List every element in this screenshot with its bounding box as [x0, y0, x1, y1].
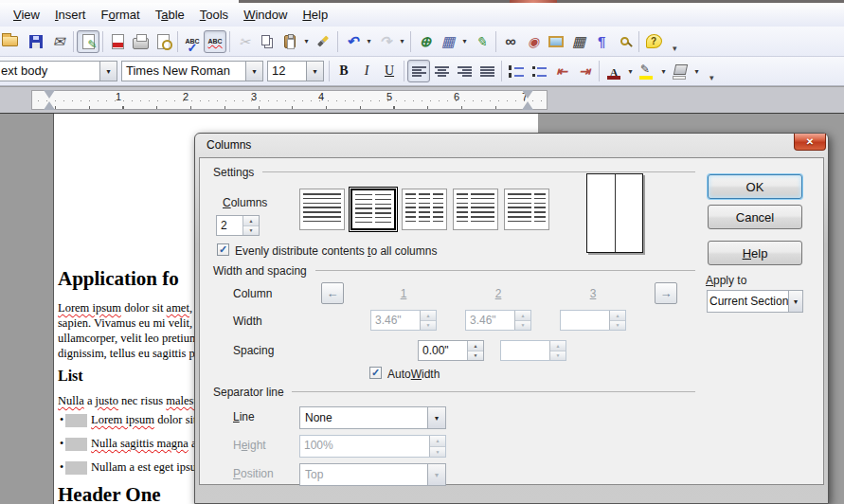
- highlighting-dropdown[interactable]: ▾: [658, 60, 669, 82]
- preset-one-column[interactable]: [299, 189, 345, 230]
- spin-up-icon[interactable]: ▲: [468, 341, 483, 351]
- highlighting-button[interactable]: ✎: [636, 60, 658, 82]
- left-indent-marker[interactable]: [44, 90, 55, 110]
- chevron-down-icon[interactable]: ▾: [788, 291, 802, 312]
- background-color-button[interactable]: [669, 60, 691, 82]
- chevron-down-icon[interactable]: ▾: [99, 62, 117, 81]
- help-dialog-button[interactable]: Help: [708, 241, 802, 265]
- font-color-button[interactable]: A: [602, 60, 625, 82]
- previous-column-button[interactable]: ←: [321, 282, 344, 304]
- undo-dropdown[interactable]: ▾: [364, 30, 374, 53]
- cancel-button[interactable]: Cancel: [708, 205, 802, 229]
- bullet-list-icon: [531, 65, 547, 78]
- clone-formatting-button[interactable]: [312, 30, 334, 53]
- next-column-button[interactable]: →: [655, 282, 677, 304]
- chevron-down-icon[interactable]: ▾: [427, 407, 445, 428]
- draw-functions-button[interactable]: ✎: [470, 30, 493, 53]
- font-size-combo[interactable]: 12▾: [267, 61, 324, 81]
- toolbar-separator: [599, 61, 600, 81]
- toolbar-separator: [410, 31, 411, 52]
- dialog-close-button[interactable]: ✕: [794, 134, 826, 151]
- align-left-button[interactable]: [407, 60, 430, 82]
- align-center-button[interactable]: [430, 60, 453, 82]
- autowidth-label[interactable]: AutoWidth: [387, 368, 440, 381]
- chevron-down-icon[interactable]: ▾: [245, 62, 262, 81]
- formatting-marks-button[interactable]: ¶: [590, 30, 613, 53]
- spelling-button[interactable]: ABC✓: [181, 30, 204, 53]
- ok-button[interactable]: OK: [708, 174, 802, 199]
- insert-table-button[interactable]: ▦: [437, 30, 459, 53]
- right-indent-marker[interactable]: [522, 90, 533, 110]
- page-preview-button[interactable]: [152, 30, 174, 53]
- navigator-button[interactable]: ◉: [522, 30, 545, 53]
- paragraph-style-combo[interactable]: ext body▾: [0, 61, 117, 81]
- menu-bar: View Insert Format Table Tools Window He…: [0, 3, 844, 27]
- menu-format[interactable]: Format: [93, 5, 147, 25]
- line-style-combo[interactable]: None▾: [299, 406, 446, 429]
- email-button[interactable]: ✉: [47, 30, 70, 53]
- save-button[interactable]: [25, 30, 47, 53]
- spin-up-icon[interactable]: ▲: [243, 216, 259, 225]
- bullet-list-button[interactable]: [528, 60, 550, 82]
- menu-window[interactable]: Window: [236, 5, 295, 25]
- apply-to-combo[interactable]: Current Section▾: [707, 290, 803, 313]
- numbered-list-button[interactable]: [505, 60, 528, 82]
- increase-indent-button[interactable]: ⇥: [573, 60, 596, 82]
- spin-up-icon: ▲: [610, 311, 625, 320]
- hyperlink-button[interactable]: ⊕: [414, 30, 437, 53]
- chevron-down-icon[interactable]: ▾: [306, 62, 323, 81]
- data-sources-button[interactable]: ▦: [567, 30, 590, 53]
- edit-file-button[interactable]: ✎: [77, 30, 99, 53]
- preset-two-columns[interactable]: [350, 189, 396, 230]
- horizontal-ruler[interactable]: 1 2 3 4 5 6 7: [0, 87, 844, 113]
- paste-dropdown[interactable]: ▾: [301, 30, 312, 53]
- paste-button[interactable]: [278, 30, 301, 53]
- preset-three-columns[interactable]: [402, 189, 447, 230]
- menu-tools[interactable]: Tools: [192, 5, 236, 25]
- width-1-value: 3.46": [371, 311, 420, 330]
- toolbar-overflow-arrow[interactable]: ▾: [709, 73, 714, 85]
- background-color-dropdown[interactable]: ▾: [691, 60, 702, 82]
- align-right-button[interactable]: [453, 60, 476, 82]
- italic-button[interactable]: I: [355, 60, 378, 82]
- width-2-value: 3.46": [466, 311, 514, 330]
- preset-right-narrow[interactable]: [504, 189, 549, 230]
- columns-count-spinner[interactable]: 2▲▼: [216, 215, 260, 236]
- font-name-combo[interactable]: Times New Roman▾: [121, 61, 263, 81]
- copy-button[interactable]: [256, 30, 278, 53]
- menu-insert[interactable]: Insert: [47, 5, 94, 25]
- open-button[interactable]: [2, 30, 25, 53]
- font-color-dropdown[interactable]: ▾: [625, 60, 636, 82]
- gallery-button[interactable]: [545, 30, 567, 53]
- menu-table[interactable]: Table: [148, 5, 192, 25]
- line-position-label: Position: [233, 467, 274, 480]
- spin-down-icon[interactable]: ▼: [243, 225, 259, 236]
- spacing-1-field[interactable]: 0.00"▲▼: [418, 340, 484, 361]
- undo-button[interactable]: ↶: [341, 30, 364, 53]
- toolbar-overflow-arrow[interactable]: ▾: [673, 44, 677, 56]
- highlight-color-bar: [639, 76, 653, 80]
- print-button[interactable]: [129, 30, 152, 53]
- evenly-distribute-checkbox[interactable]: ✓: [217, 243, 229, 256]
- evenly-distribute-label[interactable]: Evenly distribute contents to all column…: [235, 244, 437, 258]
- help-button[interactable]: ?: [642, 30, 665, 53]
- menu-view[interactable]: View: [6, 5, 47, 25]
- bold-button[interactable]: B: [332, 60, 355, 82]
- auto-spellcheck-button[interactable]: ABC: [204, 30, 226, 53]
- redo-dropdown[interactable]: ▾: [397, 30, 407, 53]
- redo-button: ↷: [374, 30, 397, 53]
- spin-down-icon[interactable]: ▼: [468, 351, 483, 361]
- underline-button[interactable]: U: [378, 60, 401, 82]
- pilcrow-icon: ¶: [598, 34, 605, 48]
- preset-left-narrow[interactable]: [453, 189, 498, 230]
- decrease-indent-button[interactable]: ⇤: [550, 60, 573, 82]
- doc-list-item: Nulla sagittis magna at: [91, 437, 200, 451]
- find-replace-button[interactable]: ∞: [499, 30, 522, 53]
- export-pdf-button[interactable]: [106, 30, 129, 53]
- table-dropdown[interactable]: ▾: [459, 30, 470, 53]
- menu-help[interactable]: Help: [295, 5, 335, 25]
- settings-group-label: Settings: [213, 166, 254, 179]
- autowidth-checkbox[interactable]: ✓: [369, 367, 382, 379]
- zoom-button[interactable]: [613, 30, 636, 53]
- align-justify-button[interactable]: [476, 60, 498, 82]
